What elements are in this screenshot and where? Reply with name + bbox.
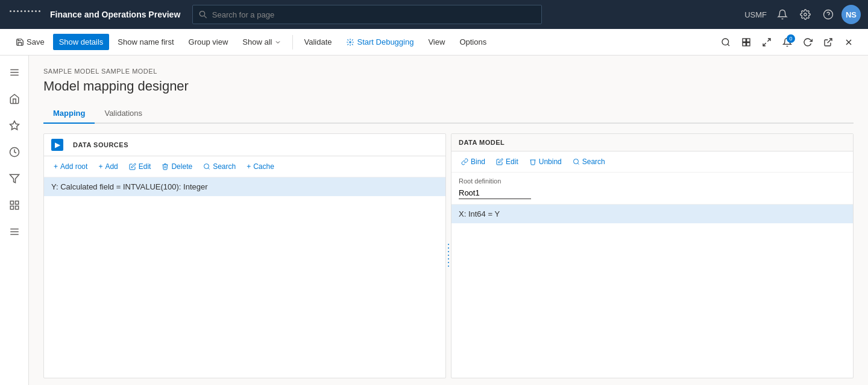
root-definition-input[interactable] <box>459 187 531 199</box>
search-bar[interactable] <box>192 5 542 24</box>
toolbar-separator-1 <box>292 35 293 49</box>
sidebar-item-hamburger[interactable] <box>2 60 27 84</box>
close-button[interactable] <box>839 33 858 52</box>
show-all-label: Show all <box>242 37 272 46</box>
show-details-button[interactable]: Show details <box>53 34 110 50</box>
add-root-button[interactable]: + Add root <box>49 160 92 173</box>
top-right-actions: USMF NS <box>744 5 861 24</box>
group-view-button[interactable]: Group view <box>183 34 234 50</box>
panel-divider[interactable] <box>446 133 451 378</box>
svg-line-31 <box>208 168 209 169</box>
svg-point-5 <box>350 41 351 42</box>
breadcrumb: SAMPLE MODEL SAMPLE MODEL <box>43 68 854 75</box>
top-nav: Finance and Operations Preview USMF <box>0 0 868 29</box>
plus3-icon: + <box>247 162 251 171</box>
svg-rect-24 <box>15 201 18 204</box>
options-label: Options <box>459 37 486 46</box>
svg-point-0 <box>200 11 205 16</box>
delete-button[interactable]: Delete <box>157 160 197 173</box>
app-grid-menu[interactable] <box>7 8 43 22</box>
data-sources-header: DATA SOURCES <box>73 141 128 148</box>
tabs: Mapping Validations <box>43 104 854 124</box>
start-debugging-button[interactable]: Start Debugging <box>340 34 420 50</box>
unbind-icon <box>529 158 536 165</box>
search-button-right[interactable]: Search <box>568 155 610 168</box>
sidebar-item-workspaces[interactable] <box>2 193 27 217</box>
edit-icon-right <box>496 158 503 165</box>
data-model-panel: DATA MODEL Bind Edit <box>451 133 854 378</box>
svg-point-2 <box>804 13 807 16</box>
search-button-left[interactable]: Search <box>198 160 241 173</box>
sidebar-item-modules[interactable] <box>2 220 27 244</box>
search-input[interactable] <box>212 10 536 19</box>
view-label: View <box>428 37 445 46</box>
cache-button[interactable]: + Cache <box>242 160 279 173</box>
debug-icon <box>346 38 354 46</box>
unbind-button[interactable]: Unbind <box>524 155 567 168</box>
search-icon <box>199 10 207 19</box>
sidebar-item-home[interactable] <box>2 87 27 111</box>
notifications-button[interactable] <box>773 5 792 24</box>
user-avatar[interactable]: NS <box>841 5 861 24</box>
svg-rect-8 <box>743 39 746 42</box>
add-button[interactable]: + Add <box>93 160 122 173</box>
data-model-list: X: Int64 = Y <box>451 205 853 378</box>
validate-button[interactable]: Validate <box>298 34 338 50</box>
data-row[interactable]: Y: Calculated field = INTVALUE(100): Int… <box>44 177 445 196</box>
tab-mapping[interactable]: Mapping <box>43 104 95 124</box>
show-details-label: Show details <box>59 37 104 46</box>
sidebar-item-favorites[interactable] <box>2 113 27 138</box>
svg-line-13 <box>763 43 766 46</box>
user-env: USMF <box>744 10 767 19</box>
bind-button[interactable]: Bind <box>456 155 490 168</box>
show-name-first-button[interactable]: Show name first <box>112 34 180 50</box>
open-in-new-button[interactable] <box>819 33 838 52</box>
edit-button-right[interactable]: Edit <box>491 155 523 168</box>
svg-rect-9 <box>747 39 750 42</box>
svg-point-30 <box>204 164 209 169</box>
svg-rect-11 <box>747 42 750 45</box>
panels: ▶ DATA SOURCES + Add root + Add <box>43 133 854 378</box>
action-toolbar: Save Show details Show name first Group … <box>0 29 868 56</box>
page-title: Model mapping designer <box>43 78 854 94</box>
svg-rect-25 <box>15 206 18 209</box>
svg-line-12 <box>767 39 770 42</box>
svg-marker-20 <box>10 121 19 130</box>
edit-icon <box>129 163 136 170</box>
svg-line-14 <box>828 39 832 43</box>
expand-button[interactable] <box>757 33 776 52</box>
help-button[interactable] <box>819 5 838 24</box>
svg-marker-22 <box>10 174 19 183</box>
options-button[interactable]: Options <box>453 34 492 50</box>
notifications-icon-toolbar[interactable]: 0 <box>778 33 797 52</box>
settings-button[interactable] <box>796 5 815 24</box>
toolbar-right-icons: 0 <box>716 33 858 52</box>
delete-icon <box>162 163 169 170</box>
data-sources-list: Y: Calculated field = INTVALUE(100): Int… <box>44 177 445 378</box>
personalize-button[interactable] <box>737 33 756 52</box>
svg-rect-23 <box>10 201 13 204</box>
app-title: Finance and Operations Preview <box>50 10 180 19</box>
svg-line-7 <box>728 44 729 46</box>
validate-label: Validate <box>304 37 332 46</box>
sidebar-item-filter[interactable] <box>2 167 27 191</box>
plus-icon: + <box>54 162 58 171</box>
sidebar-item-recent[interactable] <box>2 140 27 164</box>
svg-point-6 <box>722 39 729 45</box>
expand-tree-icon[interactable]: ▶ <box>51 139 63 151</box>
tab-validations[interactable]: Validations <box>95 104 152 124</box>
view-button[interactable]: View <box>422 34 451 50</box>
data-model-row[interactable]: X: Int64 = Y <box>451 205 853 223</box>
plus2-icon: + <box>98 162 102 171</box>
chevron-down-icon <box>274 39 281 46</box>
toolbar-search-button[interactable] <box>716 33 735 52</box>
svg-rect-26 <box>10 206 13 209</box>
show-all-button[interactable]: Show all <box>236 34 288 50</box>
start-debugging-label: Start Debugging <box>357 37 414 46</box>
save-button[interactable]: Save <box>10 34 51 50</box>
svg-line-34 <box>577 163 579 164</box>
edit-button-left[interactable]: Edit <box>124 160 156 173</box>
bind-icon <box>461 158 468 165</box>
refresh-button[interactable] <box>798 33 817 52</box>
main-layout: SAMPLE MODEL SAMPLE MODEL Model mapping … <box>0 56 868 385</box>
